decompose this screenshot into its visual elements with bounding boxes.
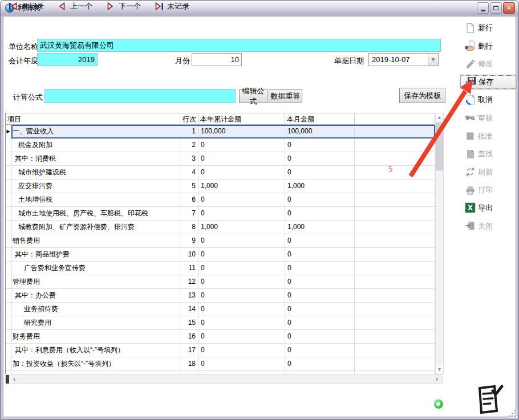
cell-ytd: 0 <box>198 138 285 152</box>
cell-item: 城教费附加、矿产资源补偿费、排污费 <box>11 221 180 234</box>
table-row[interactable]: ▶一、营业收入1100,000100,000 <box>6 125 435 138</box>
cell-extra <box>355 125 435 138</box>
row-selector-gutter[interactable] <box>6 262 11 275</box>
scroll-up-icon[interactable]: ▲ <box>436 113 443 122</box>
vertical-scrollbar[interactable]: ▲ ▼ <box>435 113 444 374</box>
row-selector-gutter[interactable] <box>6 166 11 180</box>
header-line[interactable]: 行次 <box>180 113 198 124</box>
toolbar-button-save[interactable]: 保存 <box>460 75 516 89</box>
horizontal-scrollbar[interactable]: ‹ › <box>5 374 443 384</box>
header-item[interactable]: 项目 <box>6 113 180 124</box>
row-selector-gutter[interactable] <box>6 234 11 248</box>
row-selector-gutter[interactable] <box>6 193 11 207</box>
row-selector-gutter[interactable] <box>6 275 11 289</box>
toolbar-button-new-row[interactable]: 新行 <box>460 21 516 35</box>
nav-next-record-button[interactable]: 下一个 <box>106 1 141 12</box>
table-row[interactable]: 业务招待费1400 <box>6 303 435 316</box>
close-button[interactable]: ✕ <box>503 2 515 14</box>
row-selector-gutter[interactable] <box>6 357 11 371</box>
cell-extra <box>355 248 435 262</box>
row-selector-gutter[interactable] <box>6 344 11 357</box>
toolbar-button-label: 打印 <box>478 185 493 195</box>
row-selector-gutter[interactable] <box>6 138 11 152</box>
cell-item: 城市土地使用税、房产税、车船税、印花税 <box>11 207 180 221</box>
cell-extra <box>355 207 435 221</box>
company-input[interactable] <box>37 39 441 52</box>
row-selector-gutter[interactable] <box>6 248 11 262</box>
header-ytd[interactable]: 本年累计金额 <box>198 113 285 124</box>
doc-date-combo[interactable]: 2019-10-07 ▼ <box>368 53 439 66</box>
table-row[interactable]: 研究费用1500 <box>6 316 435 330</box>
current-row-marker[interactable]: ▶ <box>6 125 11 138</box>
table-row[interactable]: 其中：办公费1300 <box>6 289 435 303</box>
table-row[interactable]: 其中：利息费用（收入以“-”号填列）1700 <box>6 344 435 357</box>
row-selector-gutter[interactable] <box>6 207 11 221</box>
table-row[interactable]: 其中：消费税300 <box>6 152 435 166</box>
cell-line: 6 <box>180 193 198 207</box>
table-row[interactable]: 财务费用1600 <box>6 330 435 344</box>
toolbar-button-delete-row[interactable]: 删行 <box>460 39 516 53</box>
cell-month: 0 <box>285 316 355 330</box>
row-selector-gutter[interactable] <box>6 152 11 166</box>
chevron-down-icon[interactable]: ▼ <box>428 54 438 66</box>
maximize-button[interactable] <box>490 2 502 14</box>
cell-line: 1 <box>180 125 198 138</box>
toolbar-button-label: 审核 <box>478 113 493 123</box>
cell-item: 二、营业利润（亏损以“-”号填列） <box>11 371 180 374</box>
find-icon <box>465 149 476 160</box>
cell-ytd: 0 <box>198 248 285 262</box>
scroll-left-icon[interactable]: ‹ <box>10 375 19 384</box>
cell-extra <box>355 152 435 166</box>
row-selector-gutter[interactable] <box>6 330 11 344</box>
row-selector-gutter[interactable] <box>6 180 11 193</box>
resize-grip-icon[interactable] <box>508 409 516 417</box>
toolbar-button-cancel[interactable]: 取消 <box>460 93 516 107</box>
table-row[interactable]: 加：投资收益（损失以“-”号填列）1800 <box>6 357 435 371</box>
table-row[interactable]: 城市维护建设税400 <box>6 166 435 180</box>
nav-first-record-button[interactable]: 首记录 <box>9 1 44 12</box>
table-row[interactable]: 其中：商品维护费1000 <box>6 248 435 262</box>
table-row[interactable]: 管理费用1200 <box>6 275 435 289</box>
header-extra[interactable] <box>355 113 435 124</box>
table-row[interactable]: 土地增值税600 <box>6 193 435 207</box>
table-row[interactable]: 广告费和业务宣传费1100 <box>6 262 435 275</box>
row-selector-gutter[interactable] <box>6 316 11 330</box>
table-row[interactable]: 二、营业利润（亏损以“-”号填列）19100,000100,000 <box>6 371 435 374</box>
table-row[interactable]: 城教费附加、矿产资源补偿费、排污费81,0001,000 <box>6 221 435 234</box>
toolbar-button-export[interactable]: 导出 <box>460 201 516 215</box>
header-month[interactable]: 本月金额 <box>285 113 355 124</box>
nav-previous-record-button[interactable]: 上一个 <box>57 1 92 12</box>
month-input[interactable] <box>192 53 242 66</box>
table-row[interactable]: 应交排污费51,0001,000 <box>6 180 435 193</box>
cell-line: 2 <box>180 138 198 152</box>
row-selector-gutter[interactable] <box>6 303 11 316</box>
save-as-template-button[interactable]: 保存为模板 <box>399 88 445 103</box>
formula-input[interactable] <box>44 89 236 103</box>
scroll-down-icon[interactable]: ▼ <box>436 365 443 374</box>
table-row[interactable]: 城市土地使用税、房产税、车船税、印花税700 <box>6 207 435 221</box>
cell-extra <box>355 221 435 234</box>
row-selector-gutter[interactable] <box>6 221 11 234</box>
table-row[interactable]: 销售费用900 <box>6 234 435 248</box>
cell-month: 0 <box>285 344 355 357</box>
cell-ytd: 100,000 <box>198 125 285 138</box>
cell-ytd: 0 <box>198 193 285 207</box>
table-row[interactable]: 税金及附加200 <box>6 138 435 152</box>
edit-formula-button[interactable]: 编辑公式 <box>239 89 267 103</box>
last-record-icon <box>154 2 164 10</box>
maximize-icon <box>493 6 498 10</box>
cell-item: 应交排污费 <box>11 180 180 193</box>
scroll-right-icon[interactable]: › <box>432 375 441 384</box>
vertical-scroll-thumb[interactable] <box>436 123 443 170</box>
row-selector-gutter[interactable] <box>6 371 11 374</box>
fiscal-year-input[interactable] <box>37 53 98 66</box>
nav-last-record-button[interactable]: 末记录 <box>154 1 189 12</box>
cell-item: 销售费用 <box>11 234 180 248</box>
recalculate-button[interactable]: 数据重算 <box>269 89 302 103</box>
cell-month: 0 <box>285 275 355 289</box>
cell-ytd: 0 <box>198 275 285 289</box>
horizontal-scroll-thumb[interactable] <box>6 375 9 384</box>
minimize-button[interactable] <box>477 2 489 14</box>
cell-line: 4 <box>180 166 198 180</box>
row-selector-gutter[interactable] <box>6 289 11 303</box>
